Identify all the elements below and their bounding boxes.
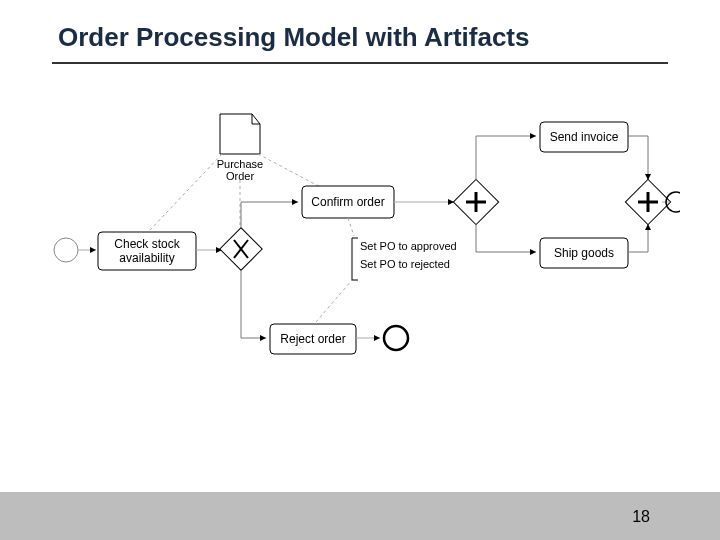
parallel-gateway-icon xyxy=(453,179,498,224)
association-line xyxy=(258,154,326,190)
annotation-bracket xyxy=(352,238,358,280)
association-line xyxy=(150,154,222,230)
process-diagram: Check stock availability Purchase Order … xyxy=(40,110,680,390)
footer-bar xyxy=(0,492,720,540)
page-title: Order Processing Model with Artifacts xyxy=(58,22,529,53)
artifact-label1: Purchase xyxy=(217,158,263,170)
association-line xyxy=(316,280,352,322)
end-event-icon xyxy=(384,326,408,350)
task-confirm-label: Confirm order xyxy=(311,195,384,209)
task-check-stock-label2: availability xyxy=(119,251,174,265)
task-send-invoice-label: Send invoice xyxy=(550,130,619,144)
title-underline xyxy=(52,62,668,64)
exclusive-gateway-icon xyxy=(220,228,262,270)
annotation-approved: Set PO to approved xyxy=(360,240,457,252)
task-check-stock-label1: Check stock xyxy=(114,237,180,251)
task-ship-goods-label: Ship goods xyxy=(554,246,614,260)
start-event-icon xyxy=(54,238,78,262)
task-reject-label: Reject order xyxy=(280,332,345,346)
association-line xyxy=(348,218,354,236)
annotation-rejected: Set PO to rejected xyxy=(360,258,450,270)
purchase-order-artifact xyxy=(220,114,260,154)
page-number: 18 xyxy=(632,508,650,526)
